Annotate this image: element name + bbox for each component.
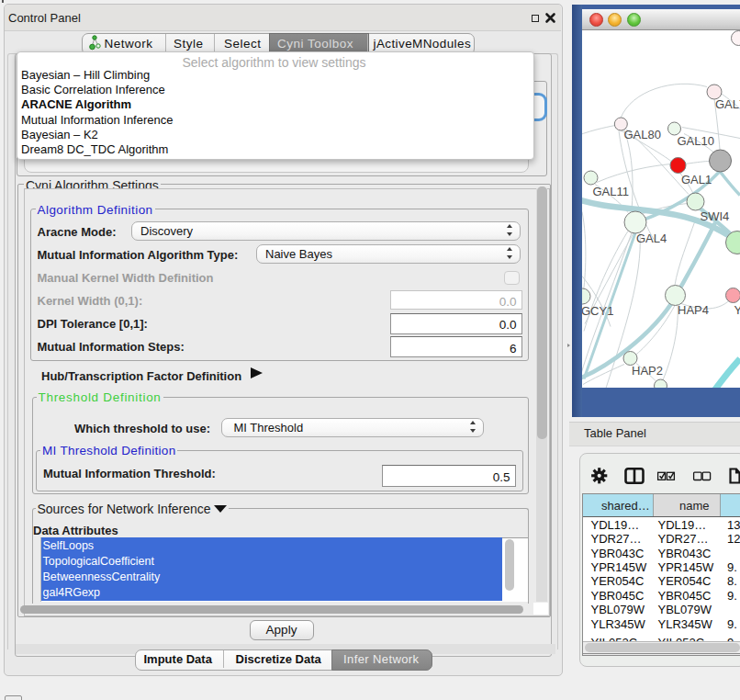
svg-text:GCY1: GCY1 [582,303,613,317]
svg-text:GAL11: GAL11 [593,184,630,198]
svg-text:SWI4: SWI4 [701,209,730,222]
svg-text:GAL7: GAL7 [715,96,740,110]
svg-text:GAL1: GAL1 [681,172,712,186]
svg-text:GAL80: GAL80 [624,127,661,141]
svg-text:Y: Y [734,302,740,316]
svg-text:HAP4: HAP4 [678,302,709,316]
svg-text:GAL10: GAL10 [678,133,714,147]
svg-text:HAP2: HAP2 [632,363,663,377]
svg-text:GAL4: GAL4 [636,231,667,245]
